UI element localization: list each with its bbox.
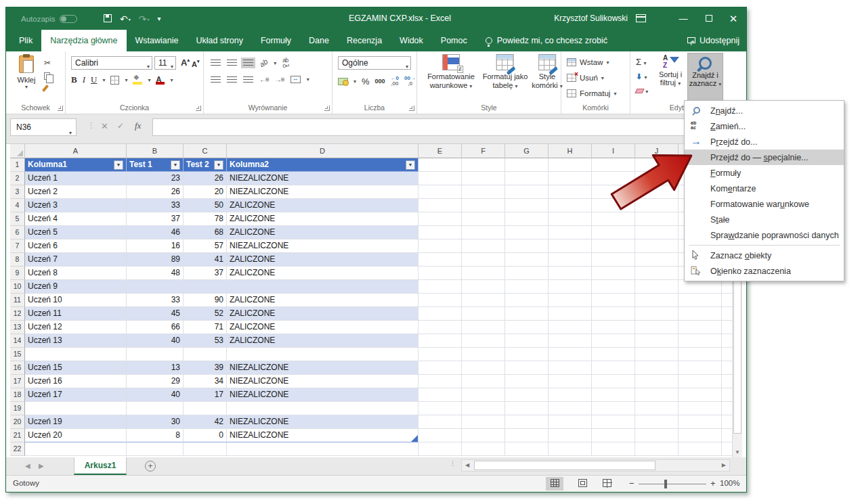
cell-D19[interactable] bbox=[227, 402, 418, 415]
page-layout-view-button[interactable] bbox=[574, 477, 591, 490]
cell-I12[interactable] bbox=[592, 307, 635, 321]
cell-A8[interactable]: Uczeń 7 bbox=[25, 253, 127, 267]
underline-button[interactable]: U bbox=[91, 74, 97, 85]
cell-G6[interactable] bbox=[505, 226, 549, 239]
cell-B22[interactable] bbox=[127, 442, 184, 456]
cell-F15[interactable] bbox=[462, 348, 505, 361]
decrease-indent-icon[interactable]: ←≡ bbox=[259, 76, 269, 83]
cell-styles-button[interactable]: Stylekomórki ▾ bbox=[532, 54, 563, 91]
cell-H16[interactable] bbox=[549, 361, 592, 375]
menu-item-sprawdzanie-poprawności-danych[interactable]: Sprawdzanie poprawności danych bbox=[685, 227, 844, 243]
cell-J10[interactable] bbox=[635, 280, 679, 294]
scroll-down-icon[interactable]: ▼ bbox=[733, 447, 742, 457]
cell-K16[interactable] bbox=[679, 361, 722, 375]
add-sheet-button[interactable]: + bbox=[145, 461, 156, 472]
ribbon-tab-plik[interactable]: Plik bbox=[10, 30, 41, 51]
cell-B14[interactable]: 40 bbox=[127, 334, 184, 348]
cell-B13[interactable]: 66 bbox=[127, 321, 184, 334]
cell-K12[interactable] bbox=[679, 307, 722, 321]
cell-C17[interactable]: 34 bbox=[184, 375, 227, 388]
row-header-16[interactable]: 16 bbox=[10, 361, 25, 375]
cell-L22[interactable] bbox=[722, 442, 733, 456]
cell-H12[interactable] bbox=[549, 307, 592, 321]
cell-A19[interactable] bbox=[25, 402, 127, 415]
cell-F6[interactable] bbox=[462, 226, 505, 239]
clipboard-dialog-launcher[interactable] bbox=[58, 106, 63, 111]
cell-D2[interactable]: NIEZALICZONE bbox=[227, 172, 418, 185]
menu-item-znajdź[interactable]: Znajdź... bbox=[685, 103, 844, 118]
cell-B1[interactable]: Test 1▼ bbox=[127, 158, 184, 172]
cell-K14[interactable] bbox=[679, 334, 722, 348]
cell-H8[interactable] bbox=[549, 253, 592, 267]
cell-G15[interactable] bbox=[505, 348, 549, 361]
cell-E6[interactable] bbox=[418, 226, 462, 239]
cell-E18[interactable] bbox=[418, 388, 462, 402]
cell-J9[interactable] bbox=[635, 267, 679, 280]
cell-D3[interactable]: NIEZALICZONE bbox=[227, 185, 418, 199]
cell-H9[interactable] bbox=[549, 267, 592, 280]
cell-D8[interactable]: ZALICZONE bbox=[227, 253, 418, 267]
cell-G11[interactable] bbox=[505, 294, 549, 307]
cell-H5[interactable] bbox=[549, 212, 592, 226]
cell-D12[interactable]: ZALICZONE bbox=[227, 307, 418, 321]
zoom-slider-thumb[interactable] bbox=[664, 480, 667, 488]
comma-style-icon[interactable]: 000 bbox=[375, 78, 385, 85]
cell-H6[interactable] bbox=[549, 226, 592, 239]
cell-D4[interactable]: ZALICZONE bbox=[227, 199, 418, 212]
sort-filter-button[interactable]: AZ Sortuj ifiltruj ▾ bbox=[653, 54, 687, 87]
cell-G3[interactable] bbox=[505, 185, 549, 199]
enter-icon[interactable]: ✓ bbox=[117, 121, 124, 131]
cell-L17[interactable] bbox=[722, 375, 733, 388]
autosum-button[interactable]: Σ ▾ bbox=[636, 57, 648, 67]
cell-J18[interactable] bbox=[635, 388, 679, 402]
cell-A14[interactable]: Uczeń 13 bbox=[25, 334, 127, 348]
scroll-left-icon[interactable]: ◀ bbox=[465, 462, 469, 468]
cell-G7[interactable] bbox=[505, 239, 549, 253]
cell-A9[interactable]: Uczeń 8 bbox=[25, 267, 127, 280]
row-header-13[interactable]: 13 bbox=[10, 321, 25, 334]
cell-G5[interactable] bbox=[505, 212, 549, 226]
cell-K11[interactable] bbox=[679, 294, 722, 307]
cell-E22[interactable] bbox=[418, 442, 462, 456]
row-header-22[interactable]: 22 bbox=[10, 442, 25, 456]
cell-F22[interactable] bbox=[462, 442, 505, 456]
cell-G21[interactable] bbox=[505, 429, 549, 442]
cell-A2[interactable]: Uczeń 1 bbox=[25, 172, 127, 185]
cell-F19[interactable] bbox=[462, 402, 505, 415]
cell-D21[interactable]: NIEZALICZONE bbox=[227, 429, 418, 442]
cell-I10[interactable] bbox=[592, 280, 635, 294]
cell-C10[interactable] bbox=[184, 280, 227, 294]
row-header-15[interactable]: 15 bbox=[10, 348, 25, 361]
cell-D18[interactable]: NIEZALICZONE bbox=[227, 388, 418, 402]
cell-E9[interactable] bbox=[418, 267, 462, 280]
name-box[interactable]: N36▾ bbox=[10, 118, 77, 136]
font-size-combo[interactable]: 11▾ bbox=[154, 56, 176, 70]
fill-color-icon[interactable] bbox=[133, 75, 142, 85]
cell-G16[interactable] bbox=[505, 361, 549, 375]
cell-B15[interactable] bbox=[127, 348, 184, 361]
cell-L20[interactable] bbox=[722, 415, 733, 429]
format-as-table-button[interactable]: Formatuj jakotabelę ▾ bbox=[483, 54, 528, 91]
ribbon-tab-narz-dzia-g-wne[interactable]: Narzędzia główne bbox=[41, 30, 126, 51]
cell-F17[interactable] bbox=[462, 375, 505, 388]
cancel-icon[interactable]: ✕ bbox=[101, 121, 108, 131]
cell-D11[interactable]: ZALICZONE bbox=[227, 294, 418, 307]
cell-I8[interactable] bbox=[592, 253, 635, 267]
cell-B18[interactable]: 40 bbox=[127, 388, 184, 402]
cell-F8[interactable] bbox=[462, 253, 505, 267]
row-header-4[interactable]: 4 bbox=[10, 199, 25, 212]
cell-J19[interactable] bbox=[635, 402, 679, 415]
cell-I21[interactable] bbox=[592, 429, 635, 442]
cell-F21[interactable] bbox=[462, 429, 505, 442]
font-name-combo[interactable]: Calibri▾ bbox=[71, 56, 152, 70]
cell-H17[interactable] bbox=[549, 375, 592, 388]
number-format-combo[interactable]: Ogólne▾ bbox=[338, 56, 411, 70]
cell-D20[interactable]: NIEZALICZONE bbox=[227, 415, 418, 429]
col-header-B[interactable]: B bbox=[127, 144, 184, 158]
cell-A13[interactable]: Uczeń 12 bbox=[25, 321, 127, 334]
cell-D5[interactable]: ZALICZONE bbox=[227, 212, 418, 226]
sheet-nav-right-icon[interactable]: ▶ bbox=[39, 462, 44, 469]
insert-cells-button[interactable]: Wstaw ▾ bbox=[567, 58, 609, 66]
ribbon-tab-recenzja[interactable]: Recenzja bbox=[338, 30, 391, 51]
cell-E15[interactable] bbox=[418, 348, 462, 361]
